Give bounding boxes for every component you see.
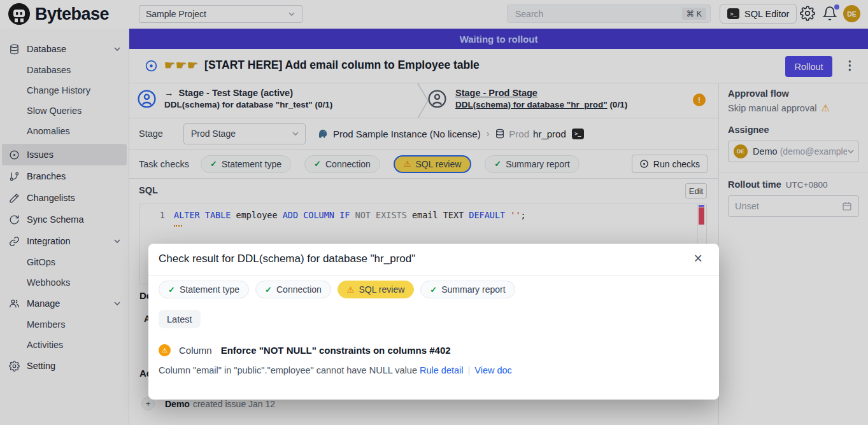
rule-detail-link[interactable]: Rule detail bbox=[420, 365, 464, 375]
warning-icon bbox=[347, 286, 355, 294]
dialog-check-pills: Statement type Connection SQL review Sum… bbox=[159, 281, 515, 298]
view-doc-link[interactable]: View doc bbox=[474, 365, 512, 375]
bytebase-app: Bytebase Sample Project ⌘ K >_ SQL Edito… bbox=[0, 0, 868, 425]
check-result-dialog: Check result for DDL(schema) for databas… bbox=[148, 244, 719, 400]
result-detail: Column "email" in "public"."employee" ca… bbox=[159, 365, 512, 375]
check-pill-sql-review[interactable]: SQL review bbox=[338, 281, 415, 298]
close-icon[interactable] bbox=[690, 251, 706, 267]
check-pill-statement-type[interactable]: Statement type bbox=[159, 281, 249, 298]
check-pill-connection[interactable]: Connection bbox=[255, 281, 331, 298]
dialog-divider bbox=[148, 275, 719, 275]
warning-icon bbox=[159, 344, 171, 356]
check-result-row: Column Enforce "NOT NULL" constraints on… bbox=[159, 344, 451, 356]
pill-label: Summary report bbox=[441, 284, 505, 295]
pill-label: SQL review bbox=[359, 284, 404, 295]
check-icon bbox=[430, 286, 437, 294]
result-rule-title: Enforce "NOT NULL" constraints on column… bbox=[221, 345, 451, 356]
latest-badge[interactable]: Latest bbox=[159, 310, 201, 328]
pill-label: Connection bbox=[276, 284, 322, 295]
pill-label: Statement type bbox=[180, 284, 239, 295]
link-separator: | bbox=[468, 365, 471, 375]
check-pill-summary-report[interactable]: Summary report bbox=[420, 281, 515, 298]
result-detail-text: Column "email" in "public"."employee" ca… bbox=[159, 365, 417, 375]
dialog-title: Check result for DDL(schema) for databas… bbox=[159, 253, 415, 265]
result-category: Column bbox=[179, 345, 212, 356]
check-icon bbox=[265, 286, 272, 294]
check-icon bbox=[168, 286, 175, 294]
